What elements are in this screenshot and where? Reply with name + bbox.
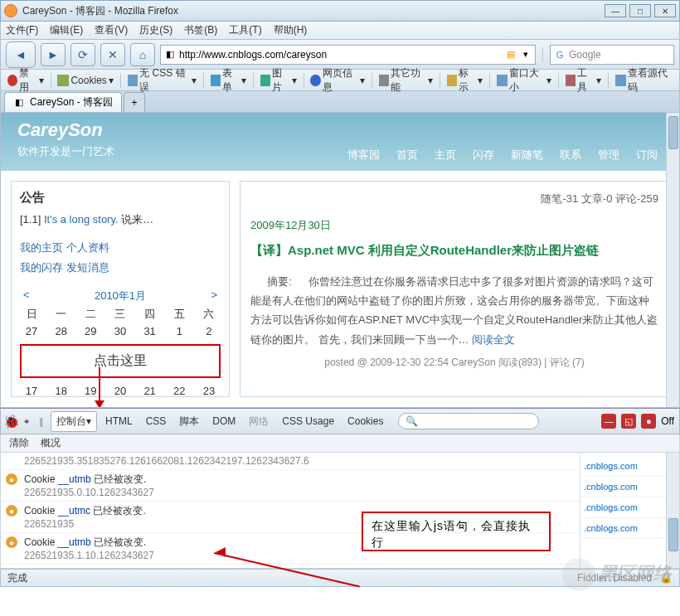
tb-forms[interactable]: 表单▾ (207, 65, 250, 96)
nav-item[interactable]: 联系 (560, 148, 581, 162)
console-row: 226521935.351835276.1261662081.126234219… (1, 453, 581, 470)
cal-day: 日 (20, 307, 43, 322)
announce-more: 说来… (121, 213, 153, 226)
firebug-icon[interactable]: 🐞 (6, 415, 17, 427)
fb-min-button[interactable]: — (601, 414, 616, 429)
sb-profile[interactable]: 个人资料 (66, 241, 109, 254)
tab-script[interactable]: 脚本 (174, 412, 204, 431)
read-more[interactable]: 阅读全文 (472, 333, 515, 346)
reload-button[interactable]: ⟳ (70, 43, 95, 66)
source-domain[interactable]: .cnblogs.com (580, 518, 666, 539)
fb-off[interactable]: Off (661, 415, 674, 427)
menu-bar: 文件(F) 编辑(E) 查看(V) 历史(S) 书签(B) 工具(T) 帮助(H… (0, 22, 680, 40)
tab-html[interactable]: HTML (100, 413, 138, 429)
tab-css[interactable]: CSS (141, 413, 172, 429)
tb-misc[interactable]: 其它功能▾ (376, 65, 436, 96)
tb-css[interactable]: 无 CSS 错误▾ (124, 65, 200, 96)
fb-profile[interactable]: 概况 (41, 436, 61, 450)
console-row: ●Cookie __utmb Cookie __utmb 已经被改变.已经被改变… (1, 470, 581, 502)
firebug-subbar: 清除 概况 (0, 434, 680, 453)
cal-prev[interactable]: < (23, 289, 30, 303)
menu-edit[interactable]: 编辑(E) (50, 23, 83, 37)
cal-day: 五 (168, 307, 191, 322)
nav-item[interactable]: 管理 (598, 148, 619, 162)
fb-popout-button[interactable]: ◱ (621, 414, 636, 429)
tb-info[interactable]: 网页信息▾ (307, 65, 367, 96)
summary-text: 你曾经注意过在你服务器请求日志中多了很多对图片资源的请求吗？这可能是有人在他们的… (250, 275, 658, 346)
tab-cookies[interactable]: Cookies (342, 413, 388, 429)
page-icon: ◧ (164, 49, 176, 61)
cal-next[interactable]: > (211, 289, 217, 303)
arrow-annotation-2 (214, 552, 360, 554)
status-done: 完成 (7, 571, 27, 585)
source-domain[interactable]: .cnblogs.com (580, 497, 666, 518)
stop-button[interactable]: ✕ (100, 43, 125, 66)
tab-console[interactable]: 控制台▾ (51, 411, 97, 432)
nav-item[interactable]: 主页 (435, 148, 456, 162)
close-button[interactable]: ✕ (654, 4, 676, 17)
console-prompt[interactable]: >>> (1, 565, 581, 568)
console-value: 226521935.351835276.1261662081.126234219… (24, 455, 575, 467)
tb-source[interactable]: 查看源代码 (612, 65, 676, 96)
firebug-toolbar: 🐞 ⌖ ‖ 控制台▾ HTML CSS 脚本 DOM 网络 CSS Usage … (0, 408, 680, 434)
pause-icon[interactable]: ‖ (36, 415, 47, 427)
callout-text: 在这里输入js语句，会直接执行 (372, 519, 531, 549)
url-bar[interactable]: ◧ http://www.cnblogs.com/careyson ▤ ▾ (160, 45, 536, 65)
tab-net[interactable]: 网络 (244, 412, 274, 431)
tab-active[interactable]: ◧ CareySon - 博客园 (4, 92, 122, 112)
console-value: 226521935.0.10.1262343627 (24, 487, 575, 498)
firebug-search[interactable]: 🔍 (398, 413, 539, 429)
tb-tools[interactable]: 工具▾ (562, 65, 605, 96)
menu-bookmarks[interactable]: 书签(B) (184, 23, 217, 37)
rss-icon[interactable]: ▤ (505, 49, 517, 61)
menu-help[interactable]: 帮助(H) (274, 23, 308, 37)
nav-item[interactable]: 订阅 (636, 148, 658, 162)
minimize-button[interactable]: — (605, 4, 626, 17)
callout-js-input: 在这里输入js语句，会直接执行 (362, 512, 551, 551)
sb-msg[interactable]: 发短消息 (66, 261, 109, 274)
tab-dom[interactable]: DOM (207, 413, 240, 429)
menu-view[interactable]: 查看(V) (95, 23, 128, 37)
tab-add[interactable]: + (124, 92, 145, 112)
search-box[interactable]: G Google (550, 45, 674, 65)
tab-cssusage[interactable]: CSS Usage (277, 413, 339, 429)
nav-item[interactable]: 闪存 (473, 148, 494, 162)
post-title[interactable]: 【译】Asp.net MVC 利用自定义RouteHandler来防止图片盗链 (250, 241, 658, 260)
fb-clear[interactable]: 清除 (9, 436, 29, 450)
tb-resize[interactable]: 窗口大小▾ (493, 65, 554, 96)
menu-tools[interactable]: 工具(T) (229, 23, 261, 37)
tb-cookies[interactable]: Cookies▾ (54, 73, 116, 88)
menu-history[interactable]: 历史(S) (139, 23, 172, 37)
main-content: 随笔-31 文章-0 评论-259 2009年12月30日 【译】Asp.net… (240, 181, 669, 397)
blog-header: CareySon 软件开发是一门艺术 博客园 首页 主页 闪存 新随笔 联系 管… (1, 113, 679, 171)
source-domain[interactable]: .cnblogs.com (580, 456, 666, 477)
nav-item[interactable]: 首页 (396, 148, 418, 162)
firefox-icon (4, 4, 17, 17)
tb-disable[interactable]: 禁用▾ (4, 65, 47, 96)
sb-homepage[interactable]: 我的主页 (20, 241, 63, 254)
blog-stats: 随笔-31 文章-0 评论-259 (250, 192, 658, 206)
page-scrollbar[interactable] (666, 113, 679, 407)
menu-file[interactable]: 文件(F) (6, 23, 38, 37)
url-text: http://www.cnblogs.com/careyson (179, 49, 502, 61)
sb-ing[interactable]: 我的闪存 (20, 261, 63, 274)
announce-link[interactable]: It's a long story. (44, 213, 119, 226)
source-domain[interactable]: .cnblogs.com (580, 477, 666, 497)
page-content: CareySon 软件开发是一门艺术 博客园 首页 主页 闪存 新随笔 联系 管… (0, 113, 680, 408)
tb-outline[interactable]: 标示▾ (444, 65, 487, 96)
fb-close-button[interactable]: ● (641, 414, 656, 429)
maximize-button[interactable]: □ (629, 4, 651, 17)
home-button[interactable]: ⌂ (130, 43, 155, 66)
cookie-icon: ● (6, 536, 17, 548)
forward-button[interactable]: ► (41, 43, 66, 66)
dropdown-icon[interactable]: ▾ (520, 49, 532, 61)
nav-item[interactable]: 新随笔 (511, 148, 543, 162)
inspect-icon[interactable]: ⌖ (21, 415, 32, 427)
console-source-panel: .cnblogs.com .cnblogs.com .cnblogs.com .… (580, 453, 666, 568)
announce-tag: [1.1] (20, 213, 41, 226)
console-scrollbar[interactable] (666, 453, 679, 568)
post-date: 2009年12月30日 (250, 218, 658, 233)
tb-images[interactable]: 图片▾ (257, 65, 300, 96)
nav-item[interactable]: 博客园 (347, 148, 380, 162)
post-footer: posted @ 2009-12-30 22:54 CareySon 阅读(89… (250, 356, 658, 370)
